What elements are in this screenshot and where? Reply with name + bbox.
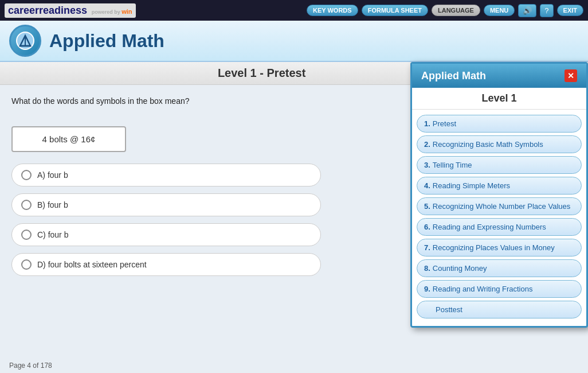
menu-item-label-0: Pretest xyxy=(433,119,456,128)
question-box: 4 bolts @ 16¢ xyxy=(11,126,126,152)
answer-label-d: D) four bolts at sixteen percent xyxy=(37,260,147,269)
answer-label-c: C) four b xyxy=(37,230,68,239)
menu-item-num-4: 5. xyxy=(424,202,430,211)
menu-item-label-7: Counting Money xyxy=(433,264,487,273)
menu-panel-header: Applied Math ✕ xyxy=(412,64,586,88)
menu-button[interactable]: MENU xyxy=(484,5,515,16)
menu-item-2[interactable]: 3.Telling Time xyxy=(417,156,582,174)
menu-item-6[interactable]: 7.Recognizing Places Values in Money xyxy=(417,239,582,257)
menu-item-4[interactable]: 5.Recognizing Whole Number Place Values xyxy=(417,197,582,215)
logo-readiness-text: readiness xyxy=(39,5,87,16)
menu-item-num-1: 2. xyxy=(424,140,430,149)
menu-item-3[interactable]: 4.Reading Simple Meters xyxy=(417,177,582,195)
menu-level-title: Level 1 xyxy=(412,88,586,110)
menu-close-button[interactable]: ✕ xyxy=(565,69,577,82)
formula-sheet-button[interactable]: FORMULA SHEET xyxy=(362,5,428,16)
menu-item-label-8: Reading and Writing Fractions xyxy=(433,285,533,293)
main-wrapper: Applied Math Level 1 - Pretest Question … xyxy=(0,21,588,373)
logo-area: careerreadiness powered by win xyxy=(5,3,136,18)
help-button[interactable]: ? xyxy=(540,4,553,17)
radio-c[interactable] xyxy=(21,230,32,240)
menu-item-num-7: 8. xyxy=(424,264,430,273)
logo-win-text: win xyxy=(121,8,132,15)
logo: careerreadiness powered by win xyxy=(5,3,136,18)
menu-item-num-3: 4. xyxy=(424,181,430,190)
answer-option-c[interactable]: C) four b xyxy=(11,223,321,246)
language-button[interactable]: LANGUAGE xyxy=(432,5,480,16)
menu-item-num-0: 1. xyxy=(424,119,430,128)
volume-button[interactable]: 🔊 xyxy=(518,4,536,17)
menu-item-label-2: Telling Time xyxy=(433,161,472,169)
menu-item-label-6: Recognizing Places Values in Money xyxy=(433,243,555,252)
exit-button[interactable]: EXIT xyxy=(557,5,583,16)
answer-label-b: B) four b xyxy=(37,200,68,209)
menu-item-label-5: Reading and Expressing Numbers xyxy=(433,223,546,231)
menu-item-label-1: Recognizing Basic Math Symbols xyxy=(433,140,543,149)
menu-item-0[interactable]: 1.Pretest xyxy=(417,115,582,133)
menu-item-label-9: Posttest xyxy=(436,305,462,314)
page-footer: Page 4 of 178 xyxy=(0,358,588,373)
menu-item-num-5: 6. xyxy=(424,223,430,231)
topbar: careerreadiness powered by win KEY WORDS… xyxy=(0,0,588,21)
radio-a[interactable] xyxy=(21,170,32,180)
answer-option-d[interactable]: D) four bolts at sixteen percent xyxy=(11,253,321,276)
answer-option-a[interactable]: A) four b xyxy=(11,164,321,187)
question-text-label: What do the words and symbols in the box… xyxy=(11,96,190,106)
content-area: Level 1 - Pretest Question 1 of 10 What … xyxy=(0,62,588,373)
radio-b[interactable] xyxy=(21,200,32,210)
app-title: Applied Math xyxy=(49,30,164,52)
menu-item-7[interactable]: 8.Counting Money xyxy=(417,259,582,277)
menu-body: 1.Pretest2.Recognizing Basic Math Symbol… xyxy=(412,110,586,326)
radio-d[interactable] xyxy=(21,259,32,270)
answer-option-b[interactable]: B) four b xyxy=(11,193,321,216)
menu-panel: Applied Math ✕ Level 1 1.Pretest2.Recogn… xyxy=(410,62,588,328)
menu-item-num-6: 7. xyxy=(424,243,430,252)
menu-item-8[interactable]: 9.Reading and Writing Fractions xyxy=(417,280,582,298)
app-icon xyxy=(9,25,41,57)
menu-item-label-3: Reading Simple Meters xyxy=(433,181,510,190)
app-header: Applied Math xyxy=(0,21,588,62)
menu-item-num-8: 9. xyxy=(424,285,430,293)
menu-panel-title: Applied Math xyxy=(421,70,486,82)
menu-item-5[interactable]: 6.Reading and Expressing Numbers xyxy=(417,218,582,236)
menu-item-1[interactable]: 2.Recognizing Basic Math Symbols xyxy=(417,135,582,153)
answer-label-a: A) four b xyxy=(37,170,68,180)
menu-item-num-2: 3. xyxy=(424,161,430,169)
menu-item-9[interactable]: Posttest xyxy=(417,301,582,318)
menu-item-label-4: Recognizing Whole Number Place Values xyxy=(433,202,570,211)
logo-career-text: career xyxy=(8,5,39,16)
logo-powered-text: powered by win xyxy=(90,9,132,15)
keywords-button[interactable]: KEY WORDS xyxy=(307,5,358,16)
